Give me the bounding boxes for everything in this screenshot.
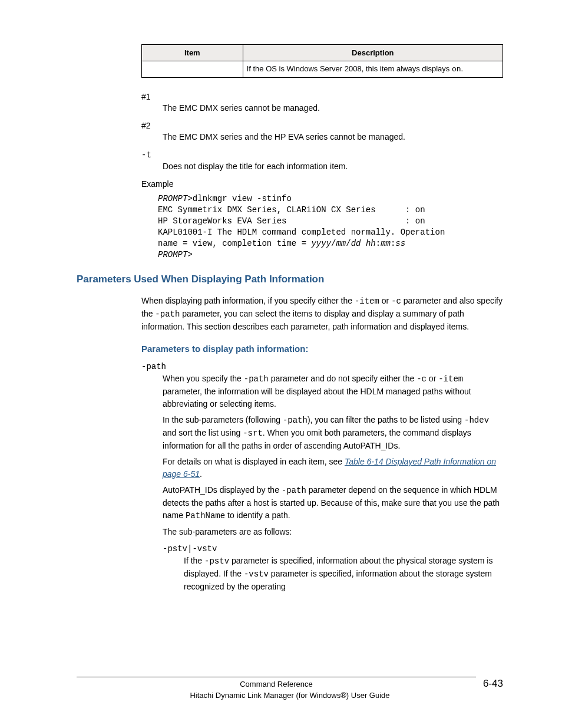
code-text: > [187, 250, 192, 259]
option-t-label: -t [141, 150, 503, 160]
cell-text-suffix: . [461, 64, 463, 73]
inline-code: -hdev [464, 416, 489, 425]
cell-code: on [452, 65, 461, 74]
section-heading: Parameters Used When Displaying Path Inf… [77, 274, 503, 285]
description-table: Item Description If the OS is Windows Se… [141, 44, 503, 78]
code-prompt: PROMPT [158, 194, 187, 203]
text: If the [184, 556, 204, 565]
param-path-p1: When you specify the -path parameter and… [163, 373, 503, 410]
table-header-row: Item Description [142, 45, 503, 61]
code-example: PROMPT>dlnkmgr view -stinfo EMC Symmetri… [158, 193, 503, 260]
param-path-desc: When you specify the -path parameter and… [163, 373, 503, 538]
text: or [379, 296, 391, 305]
inline-code: -path [155, 309, 180, 319]
footnote-2-label: #2 [141, 121, 503, 130]
inline-code: -item [438, 374, 463, 384]
footer-chapter-text: Command Reference [240, 680, 313, 689]
code-var: hh [366, 239, 376, 248]
text: . [200, 469, 202, 479]
footnote-1: #1 The EMC DMX series cannot be managed. [141, 92, 503, 114]
inline-code: -c [416, 374, 427, 384]
code-text: name = view, completion time = [158, 239, 311, 248]
cell-text: If the OS is Windows Server 2008, this i… [247, 64, 452, 73]
text: parameter and do not specify either the [269, 374, 416, 383]
page-footer: Command Reference 6-43 Hitachi Dynamic L… [77, 677, 503, 700]
table-cell-description: If the OS is Windows Server 2008, this i… [243, 61, 503, 78]
code-text: KAPL01001-I The HDLM command completed n… [158, 228, 445, 237]
table-header-description: Description [243, 45, 503, 61]
footer-chapter: Command Reference [77, 677, 476, 689]
text: In the sub-parameters (following [163, 415, 283, 424]
text: and sort the list using [163, 428, 243, 437]
param-pstv-desc: If the -pstv parameter is specified, inf… [184, 555, 503, 593]
content-area: Item Description If the OS is Windows Se… [141, 44, 503, 593]
text: ), you can filter the paths to be listed… [308, 415, 464, 424]
code-var: mm [336, 239, 346, 248]
code-var: ss [395, 239, 405, 248]
option-t: -t Does not display the title for each i… [141, 150, 503, 173]
table-cell-item [142, 61, 243, 78]
footnote-1-text: The EMC DMX series cannot be managed. [163, 103, 503, 114]
param-path-p5: The sub-parameters are as follows: [163, 526, 503, 538]
page-number: 6-43 [476, 678, 503, 690]
code-sep [361, 239, 366, 248]
text: to identify a path. [225, 510, 290, 520]
param-path-p3: For details on what is displayed in each… [163, 456, 503, 480]
text: parameter, you can select the items to d… [141, 309, 469, 331]
inline-code: -item [355, 297, 379, 306]
footnote-1-label: #1 [141, 92, 503, 101]
page: Item Description If the OS is Windows Se… [0, 0, 562, 728]
text: parameter, the information will be displ… [163, 387, 471, 409]
inline-code: -path [282, 486, 306, 495]
text: When displaying path information, if you… [141, 296, 355, 305]
footer-row-1: Command Reference 6-43 [77, 677, 503, 690]
text: AutoPATH_IDs displayed by the [163, 485, 282, 495]
inline-code: -path [283, 416, 308, 425]
code-prompt: PROMPT [158, 250, 187, 259]
table-header-item: Item [142, 45, 243, 61]
table-row: If the OS is Windows Server 2008, this i… [142, 61, 503, 78]
option-t-text: Does not display the title for each info… [163, 161, 503, 173]
text: For details on what is displayed in each… [163, 457, 345, 466]
example-label: Example [141, 179, 503, 189]
code-text: HP StorageWorks EVA Series : on [158, 216, 425, 226]
inline-code: -srt [243, 429, 263, 438]
footnote-2-text: The EMC DMX series and the HP EVA series… [163, 131, 503, 143]
code-text: EMC Symmetrix DMX Series, CLARiiON CX Se… [158, 205, 425, 215]
code-var: mm [381, 239, 391, 248]
inline-code: -path [244, 374, 269, 384]
text: or [427, 374, 438, 383]
code-sep: / [346, 239, 351, 248]
section-intro: When displaying path information, if you… [141, 295, 503, 333]
inline-code: -vstv [244, 569, 269, 579]
param-path-label: -path [141, 362, 503, 371]
footer-book-title: Hitachi Dynamic Link Manager (for Window… [77, 691, 503, 700]
inline-code: -c [391, 297, 401, 306]
footer-rule [77, 677, 476, 677]
code-var: yyyy [311, 239, 331, 248]
param-path-p4: AutoPATH_IDs displayed by the -path para… [163, 484, 503, 522]
code-var: dd [351, 239, 361, 248]
param-pstv-label: -pstv|-vstv [163, 544, 503, 554]
param-path-p2: In the sub-parameters (following -path),… [163, 414, 503, 452]
inline-code: -pstv [204, 556, 229, 566]
footnote-2: #2 The EMC DMX series and the HP EVA ser… [141, 121, 503, 143]
sub-heading: Parameters to display path information: [141, 344, 503, 354]
code-sep: : [376, 239, 381, 248]
inline-code: PathName [186, 511, 225, 521]
text: When you specify the [163, 374, 244, 383]
code-text: >dlnkmgr view -stinfo [187, 194, 291, 203]
